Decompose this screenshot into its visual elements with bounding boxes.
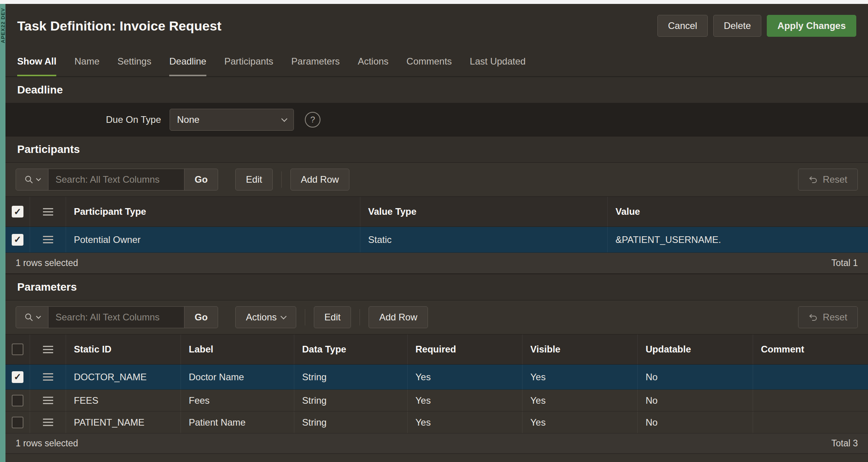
column-header-label[interactable]: Label [181,334,294,364]
cell-value: &PATIENT_USERNAME. [607,227,868,252]
delete-button[interactable]: Delete [713,15,761,37]
cell-participant-type: Potential Owner [66,227,360,252]
parameters-table-row[interactable]: ✓ DOCTOR_NAME Doctor Name String Yes Yes… [5,365,868,390]
toolbar-separator [305,309,305,325]
cell-visible: Yes [522,390,637,411]
tab-settings[interactable]: Settings [117,48,151,76]
parameters-search-input[interactable] [48,306,184,328]
cell-updatable: No [637,390,753,411]
row-checkbox[interactable]: ✓ [12,234,23,246]
apply-changes-button[interactable]: Apply Changes [767,15,856,37]
tab-parameters[interactable]: Parameters [291,48,340,76]
row-menu-icon[interactable] [43,400,53,401]
window-top-edge [0,0,868,4]
due-on-type-label: Due On Type [5,114,170,125]
due-on-type-select[interactable]: None [170,109,294,131]
cell-required: Yes [407,412,522,433]
tab-actions[interactable]: Actions [358,48,388,76]
parameters-table-row[interactable]: PATIENT_NAME Patient Name String Yes Yes… [5,412,868,433]
check-icon: ✓ [14,207,21,217]
column-header-required[interactable]: Required [407,334,522,364]
task-definition-page: Task Definition: Invoice Request Cancel … [5,4,868,462]
cell-data-type: String [294,412,407,433]
cell-updatable: No [637,412,753,433]
deadline-section-header: Deadline [5,77,868,103]
participants-reset-button[interactable]: Reset [798,169,858,191]
column-header-static-id[interactable]: Static ID [66,334,181,364]
column-header-value-type[interactable]: Value Type [360,197,607,227]
header-buttons: Cancel Delete Apply Changes [657,15,856,37]
cell-required: Yes [407,390,522,411]
parameters-reset-label: Reset [823,312,847,323]
cell-static-id: PATIENT_NAME [66,412,181,433]
cell-label: Patient Name [181,412,294,433]
participants-toolbar: Go Edit Add Row Reset [5,163,868,196]
participants-table-row[interactable]: ✓ Potential Owner Static &PATIENT_USERNA… [5,227,868,253]
tab-deadline[interactable]: Deadline [169,48,206,76]
participants-select-all-checkbox[interactable]: ✓ [12,206,23,218]
cell-comment [753,365,868,389]
row-checkbox[interactable]: ✓ [12,371,23,383]
column-header-visible[interactable]: Visible [522,334,637,364]
check-icon: ✓ [14,372,21,382]
tab-participants[interactable]: Participants [224,48,273,76]
help-icon[interactable]: ? [305,112,320,128]
tab-show-all[interactable]: Show All [17,48,56,76]
parameters-actions-button[interactable]: Actions [235,306,296,328]
tab-comments[interactable]: Comments [406,48,452,76]
toolbar-separator [360,309,360,325]
participants-search-input[interactable] [48,169,184,191]
parameters-table-row[interactable]: FEES Fees String Yes Yes No [5,390,868,412]
reset-icon [809,313,818,322]
parameters-edit-button[interactable]: Edit [314,306,351,328]
page-header: Task Definition: Invoice Request Cancel … [5,4,868,48]
tab-last-updated[interactable]: Last Updated [470,48,526,76]
parameters-table-footer: 1 rows selected Total 3 [5,433,868,454]
row-menu-icon[interactable] [43,239,53,240]
participants-search-group: Go [16,169,218,191]
participants-add-row-button[interactable]: Add Row [290,169,349,191]
cell-label: Doctor Name [181,365,294,389]
parameters-table-header: Static ID Label Data Type Required Visib… [5,334,868,365]
column-header-participant-type[interactable]: Participant Type [66,197,360,227]
chevron-down-icon [281,115,288,122]
row-menu-icon[interactable] [43,211,53,212]
parameters-add-row-button[interactable]: Add Row [369,306,428,328]
participants-table-footer: 1 rows selected Total 1 [5,253,868,274]
parameters-reset-button[interactable]: Reset [798,306,858,328]
cell-label: Fees [181,390,294,411]
deadline-form: Due On Type None ? [5,103,868,136]
toolbar-separator [281,171,282,188]
participants-go-button[interactable]: Go [184,169,218,191]
search-options-button[interactable] [16,306,48,328]
cell-required: Yes [407,365,522,389]
row-checkbox[interactable] [12,417,23,428]
participants-edit-button[interactable]: Edit [235,169,272,191]
parameters-select-all-checkbox[interactable] [12,343,23,355]
row-menu-icon[interactable] [43,422,53,423]
column-header-updatable[interactable]: Updatable [637,334,753,364]
cell-data-type: String [294,365,407,389]
parameters-actions-label: Actions [246,312,277,323]
environment-banner-label: APEX22 DEV [0,8,6,43]
cancel-button[interactable]: Cancel [657,15,708,37]
participants-section-title: Participants [17,143,80,156]
column-header-value[interactable]: Value [607,197,868,227]
parameters-rows-selected: 1 rows selected [16,438,78,449]
tab-name[interactable]: Name [74,48,99,76]
participants-table-header: ✓ Participant Type Value Type Value [5,196,868,227]
chevron-down-icon [36,176,41,181]
cell-visible: Yes [522,365,637,389]
row-menu-icon[interactable] [43,376,53,378]
row-checkbox[interactable] [12,395,23,406]
parameters-go-button[interactable]: Go [184,306,218,328]
column-header-data-type[interactable]: Data Type [294,334,407,364]
participants-total: Total 1 [831,258,858,268]
column-header-comment[interactable]: Comment [753,334,868,364]
page-background [5,454,868,462]
page-title: Task Definition: Invoice Request [17,18,222,34]
region-display-selector: Show All Name Settings Deadline Particip… [5,48,868,77]
parameters-section-title: Parameters [17,281,77,293]
row-menu-icon[interactable] [43,349,53,350]
search-options-button[interactable] [16,169,48,191]
